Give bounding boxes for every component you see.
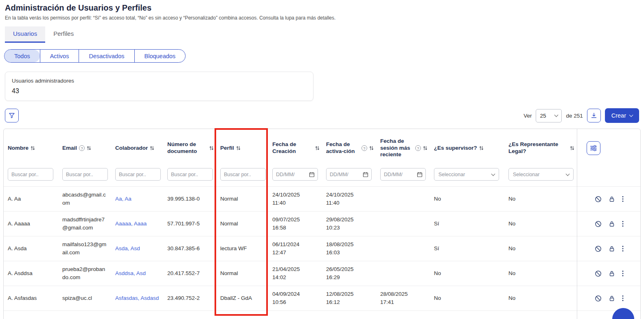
status-filter-activos[interactable]: Activos — [40, 50, 79, 62]
sort-icon[interactable] — [209, 146, 214, 151]
cell-fecha-sesion — [376, 236, 430, 261]
sort-icon[interactable] — [423, 146, 427, 151]
sort-icon[interactable] — [479, 146, 484, 151]
cell-perfil: Normal — [216, 187, 268, 212]
date-filter-creacion[interactable]: DD/MM/ — [272, 168, 318, 181]
filter-input-colaborador[interactable] — [115, 168, 161, 181]
cell-documento: 30.847.385-6 — [163, 236, 216, 261]
block-user-icon[interactable] — [595, 270, 602, 277]
column-header-numero-documento[interactable]: Número de documento — [163, 129, 216, 167]
cell-fecha-creacion: 06/11/202412:47 — [268, 236, 322, 261]
sort-icon[interactable] — [150, 146, 154, 151]
block-user-icon[interactable] — [595, 245, 602, 252]
cell-actions — [577, 286, 640, 311]
cell-es-supervisor: No — [430, 261, 504, 286]
lock-icon[interactable] — [609, 270, 615, 277]
column-header-fecha-activacion[interactable]: Fecha de activa-ción ? — [322, 129, 376, 167]
filter-input-perfil[interactable] — [220, 168, 266, 181]
filter-button[interactable] — [5, 109, 19, 122]
column-header-colaborador[interactable]: Colaborador — [111, 129, 163, 167]
sort-icon[interactable] — [87, 146, 91, 151]
filter-input-documento[interactable] — [167, 168, 213, 181]
cell-fecha-sesion — [376, 261, 430, 286]
cell-email: mailfalso123@gmail.com — [58, 236, 111, 261]
filter-row: DD/MM/ DD/MM/ DD/MM/ Seleccionar — [4, 167, 640, 187]
status-filter-todos[interactable]: Todos — [4, 50, 40, 62]
cell-actions — [577, 236, 640, 261]
tab-usuarios[interactable]: Usuarios — [5, 26, 45, 43]
column-header-fecha-sesion[interactable]: Fecha de sesión más reciente ? — [376, 129, 430, 167]
chevron-down-icon — [629, 113, 633, 117]
page-size-select[interactable]: 25 — [536, 109, 562, 122]
page-size-value: 25 — [540, 113, 546, 119]
cell-fecha-creacion: 09/07/202516:58 — [268, 212, 322, 236]
column-header-es-supervisor[interactable]: ¿Es supervisor? — [430, 129, 504, 167]
kebab-menu-icon[interactable] — [622, 295, 624, 302]
column-header-nombre[interactable]: Nombre — [4, 129, 58, 167]
sort-icon[interactable] — [369, 146, 374, 151]
admin-users-page: Administración de Usuarios y Perfiles En… — [0, 0, 644, 319]
sort-icon[interactable] — [236, 146, 241, 151]
date-filter-activacion[interactable]: DD/MM/ — [326, 168, 372, 181]
kebab-menu-icon[interactable] — [622, 270, 624, 277]
column-header-fecha-creacion[interactable]: Fecha de Creación — [268, 129, 322, 167]
select-filter-representante[interactable]: Seleccionar — [508, 168, 574, 181]
cell-es-representante: No — [504, 187, 577, 212]
cell-es-supervisor: No — [430, 187, 504, 212]
help-icon[interactable]: ? — [415, 145, 421, 151]
collaborator-link[interactable]: Asda, Asd — [115, 245, 140, 251]
filter-input-nombre[interactable] — [8, 168, 53, 181]
collaborator-link[interactable]: Asfasdas, Asdasd — [115, 295, 159, 301]
filter-input-email[interactable] — [62, 168, 108, 181]
date-filter-sesion[interactable]: DD/MM/ — [380, 168, 426, 181]
column-header-es-representante-legal[interactable]: ¿Es Representante Legal? — [504, 129, 577, 167]
block-user-icon[interactable] — [595, 221, 602, 227]
ver-label: Ver — [524, 113, 532, 119]
cell-fecha-sesion — [376, 187, 430, 212]
kebab-menu-icon[interactable] — [622, 245, 624, 252]
cell-colaborador: Asddsa, Asd — [111, 261, 163, 286]
status-filter-bloqueados[interactable]: Bloqueados — [134, 50, 186, 62]
cell-fecha-activacion: 01/10/2025 — [322, 311, 376, 319]
help-icon[interactable]: ? — [79, 145, 85, 151]
lock-icon[interactable] — [609, 196, 615, 203]
cell-documento: 23.490.752-2 — [163, 286, 216, 311]
tab-perfiles[interactable]: Perfiles — [45, 26, 82, 43]
toolbar-right: Ver 25 de 251 Crear — [524, 108, 639, 123]
page-subtitle: En la tabla verás los permisos por perfi… — [5, 15, 644, 21]
block-user-icon[interactable] — [595, 295, 602, 302]
cell-fecha-creacion: 21/04/202514:02 — [268, 261, 322, 286]
cell-colaborador: Asfasdas, Asdasd — [111, 286, 163, 311]
select-filter-supervisor[interactable]: Seleccionar — [434, 168, 499, 181]
cell-nombre: A. Asfasdas — [4, 286, 58, 311]
sort-icon[interactable] — [31, 146, 35, 151]
block-user-icon[interactable] — [595, 196, 602, 203]
lock-icon[interactable] — [609, 295, 615, 302]
collaborator-link[interactable]: Aaaaa, Aaaa — [115, 221, 147, 227]
create-button[interactable]: Crear — [605, 108, 639, 123]
cell-colaborador: Asda, Asd — [111, 236, 163, 261]
sort-icon[interactable] — [570, 146, 574, 151]
cell-es-representante: No — [504, 212, 577, 236]
lock-icon[interactable] — [609, 221, 615, 227]
sort-icon[interactable] — [315, 146, 320, 151]
cell-fecha-creacion: 01/10/2025 — [268, 311, 322, 319]
chevron-down-icon — [491, 172, 495, 176]
lock-icon[interactable] — [609, 245, 615, 252]
column-header-email[interactable]: Email ? — [58, 129, 111, 167]
table-row: A. 01/10/2025 01/10/2025 06/10/2025 — [4, 311, 640, 319]
download-button[interactable] — [587, 109, 601, 122]
cell-nombre: A. Asddsa — [4, 261, 58, 286]
cell-email — [58, 311, 111, 319]
column-settings-button[interactable] — [587, 141, 600, 155]
status-filter-desactivados[interactable]: Desactivados — [79, 50, 134, 62]
column-header-perfil[interactable]: Perfil — [216, 129, 268, 167]
kebab-menu-icon[interactable] — [622, 220, 624, 227]
collaborator-link[interactable]: Asddsa, Asd — [115, 270, 146, 276]
collaborator-link[interactable]: Aa, Aa — [115, 196, 131, 202]
table-toolbar: Ver 25 de 251 Crear — [5, 108, 639, 123]
cell-nombre: A. Aaaaa — [4, 212, 58, 236]
kebab-menu-icon[interactable] — [622, 195, 624, 203]
users-table: Nombre Email ? Colaborador Número de doc… — [3, 129, 641, 319]
help-icon[interactable]: ? — [361, 145, 367, 151]
